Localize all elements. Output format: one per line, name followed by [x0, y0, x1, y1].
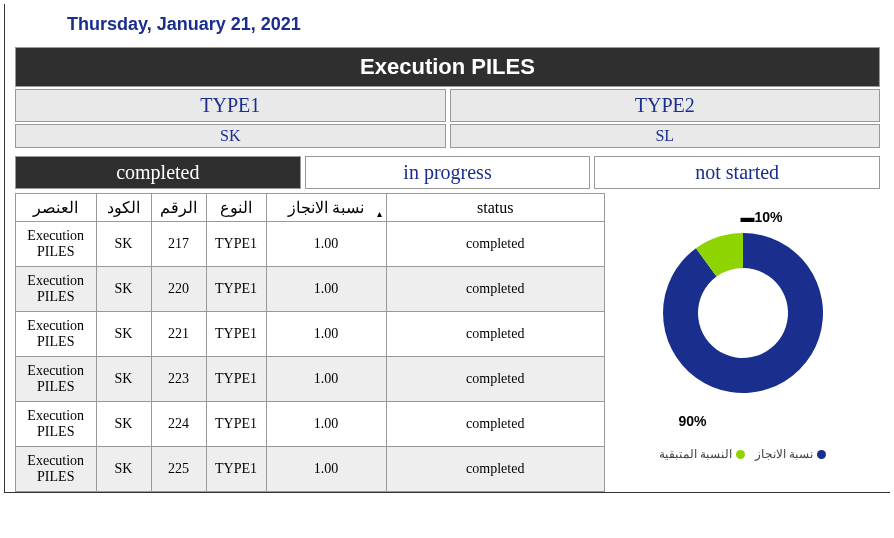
pct-label-top: ▬10%: [741, 209, 783, 225]
cell-num: 225: [151, 447, 206, 492]
table-row[interactable]: Execution PILESSK220TYPE11.00completed: [16, 267, 605, 312]
cell-status: completed: [386, 402, 605, 447]
content-area: العنصر الكود الرقم النوع نسبة الانجاز▴ s…: [15, 193, 880, 492]
table-row[interactable]: Execution PILESSK221TYPE11.00completed: [16, 312, 605, 357]
cell-type: TYPE1: [206, 447, 266, 492]
col-pct[interactable]: نسبة الانجاز▴: [266, 194, 386, 222]
status-tabs: completed in progress not started: [15, 156, 880, 189]
col-num[interactable]: الرقم: [151, 194, 206, 222]
table-row[interactable]: Execution PILESSK217TYPE11.00completed: [16, 222, 605, 267]
cell-status: completed: [386, 222, 605, 267]
col-type[interactable]: النوع: [206, 194, 266, 222]
chart-legend: نسبة الانجاز النسبة المتبقية: [659, 447, 827, 461]
cell-num: 217: [151, 222, 206, 267]
table-row[interactable]: Execution PILESSK225TYPE11.00completed: [16, 447, 605, 492]
code-sl-cell[interactable]: SL: [450, 124, 881, 148]
cell-element: Execution PILES: [16, 447, 96, 492]
table-row[interactable]: Execution PILESSK224TYPE11.00completed: [16, 402, 605, 447]
col-code[interactable]: الكود: [96, 194, 151, 222]
sort-asc-icon: ▴: [377, 208, 382, 219]
cell-pct: 1.00: [266, 402, 386, 447]
table-row[interactable]: Execution PILESSK223TYPE11.00completed: [16, 357, 605, 402]
col-pct-label: نسبة الانجاز: [288, 199, 364, 216]
legend-done-label: نسبة الانجاز: [755, 447, 813, 461]
col-status[interactable]: status: [386, 194, 605, 222]
donut-chart: ▬10% 90% نسبة الانجاز النسبة المتبقية: [605, 193, 880, 492]
cell-type: TYPE1: [206, 402, 266, 447]
cell-element: Execution PILES: [16, 267, 96, 312]
cell-status: completed: [386, 447, 605, 492]
tab-not-started[interactable]: not started: [594, 156, 880, 189]
legend-remain-label: النسبة المتبقية: [659, 447, 732, 461]
cell-pct: 1.00: [266, 447, 386, 492]
type2-cell[interactable]: TYPE2: [450, 89, 881, 122]
cell-status: completed: [386, 357, 605, 402]
cell-num: 220: [151, 267, 206, 312]
donut-box: ▬10% 90%: [633, 213, 853, 433]
cell-type: TYPE1: [206, 357, 266, 402]
cell-num: 221: [151, 312, 206, 357]
cell-status: completed: [386, 267, 605, 312]
cell-code: SK: [96, 447, 151, 492]
code-row: SK SL: [15, 124, 880, 148]
cell-element: Execution PILES: [16, 357, 96, 402]
tab-in-progress[interactable]: in progress: [305, 156, 591, 189]
cell-code: SK: [96, 222, 151, 267]
legend-done: نسبة الانجاز: [755, 447, 826, 461]
cell-type: TYPE1: [206, 312, 266, 357]
cell-code: SK: [96, 402, 151, 447]
donut-svg: [643, 213, 843, 413]
cell-pct: 1.00: [266, 312, 386, 357]
tab-completed[interactable]: completed: [15, 156, 301, 189]
col-element[interactable]: العنصر: [16, 194, 96, 222]
legend-dot-blue-icon: [817, 450, 826, 459]
legend-remain: النسبة المتبقية: [659, 447, 745, 461]
donut-slice-done: [663, 233, 823, 393]
type1-cell[interactable]: TYPE1: [15, 89, 446, 122]
cell-num: 224: [151, 402, 206, 447]
cell-element: Execution PILES: [16, 402, 96, 447]
data-table-wrap: العنصر الكود الرقم النوع نسبة الانجاز▴ s…: [15, 193, 605, 492]
cell-num: 223: [151, 357, 206, 402]
cell-pct: 1.00: [266, 222, 386, 267]
report-title: Execution PILES: [15, 47, 880, 87]
cell-element: Execution PILES: [16, 312, 96, 357]
data-table: العنصر الكود الرقم النوع نسبة الانجاز▴ s…: [16, 194, 605, 492]
cell-type: TYPE1: [206, 222, 266, 267]
report-container: Thursday, January 21, 2021 Execution PIL…: [4, 4, 890, 493]
pct-top-value: 10%: [755, 209, 783, 225]
cell-code: SK: [96, 312, 151, 357]
legend-dot-green-icon: [736, 450, 745, 459]
cell-pct: 1.00: [266, 267, 386, 312]
cell-pct: 1.00: [266, 357, 386, 402]
cell-element: Execution PILES: [16, 222, 96, 267]
type-row: TYPE1 TYPE2: [15, 89, 880, 122]
report-date: Thursday, January 21, 2021: [5, 4, 890, 43]
cell-type: TYPE1: [206, 267, 266, 312]
pct-label-bottom: 90%: [679, 413, 707, 429]
cell-code: SK: [96, 267, 151, 312]
cell-code: SK: [96, 357, 151, 402]
cell-status: completed: [386, 312, 605, 357]
code-sk-cell[interactable]: SK: [15, 124, 446, 148]
